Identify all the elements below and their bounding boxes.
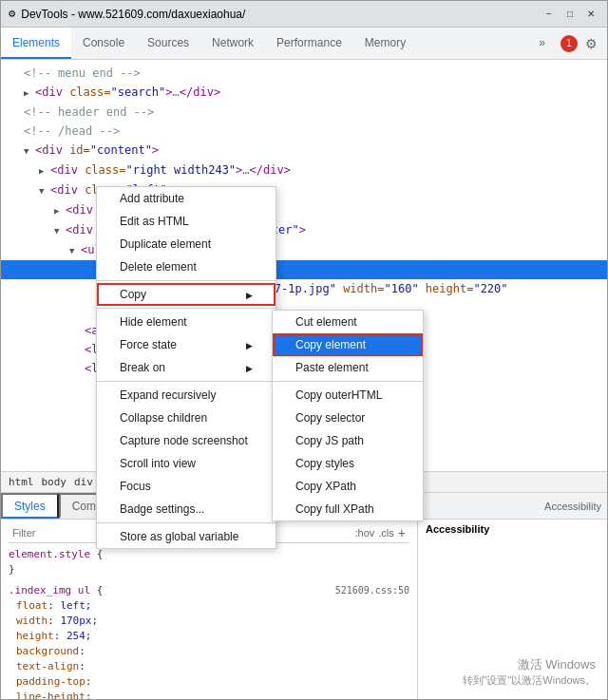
dom-line[interactable]: 宫背刺 >: [1, 298, 607, 317]
dom-line[interactable]: <a href="...717/1-140GF92J7-1p.jpg" widt…: [1, 279, 607, 298]
right-panel: Accessibility: [417, 520, 607, 700]
accessibility-label: Accessibility: [544, 501, 601, 512]
styles-rule-index-img: 521609.css:50 .index_img ul { float: lef…: [9, 583, 409, 700]
devtools-window: ⚙ DevTools - www.521609.com/daxuexiaohua…: [0, 0, 608, 700]
dom-line[interactable]: <!-- /head -->: [1, 122, 607, 141]
menu-delete-element[interactable]: Delete element: [97, 255, 276, 278]
tab-console[interactable]: Console: [71, 28, 136, 59]
dom-line[interactable]: <div id="content">: [1, 141, 607, 161]
menu-force-state[interactable]: Force state: [97, 333, 276, 356]
menu-break-on[interactable]: Break on: [97, 356, 276, 379]
more-tabs-button[interactable]: »: [527, 36, 557, 51]
context-menu: Add attribute Edit as HTML Duplicate ele…: [96, 186, 276, 549]
menu-hide-element[interactable]: Hide element: [97, 311, 276, 333]
menu-badge-settings[interactable]: Badge settings...: [97, 498, 276, 520]
menu-store-global[interactable]: Store as global variable: [97, 525, 276, 548]
menu-focus[interactable]: Focus: [97, 475, 276, 498]
force-state-arrow: [235, 338, 253, 351]
title-bar: ⚙ DevTools - www.521609.com/daxuexiaohua…: [1, 1, 607, 28]
add-style-button[interactable]: +: [398, 525, 406, 540]
error-badge: 1: [560, 35, 578, 52]
styles-rule-element: element.style { }: [9, 547, 409, 577]
dom-line[interactable]: <!-- menu end -->: [1, 64, 607, 83]
separator-3: [97, 381, 276, 382]
dom-line[interactable]: <!-- header end -->: [1, 103, 607, 122]
separator-1: [97, 280, 276, 281]
menu-scroll-into-view[interactable]: Scroll into view: [97, 452, 276, 475]
main-area: <!-- menu end --> <div class="search">…<…: [1, 60, 607, 700]
tab-performance[interactable]: Performance: [265, 28, 353, 59]
copy-submenu-arrow: [235, 288, 253, 301]
dom-line-selected[interactable]: ▼ <l: [1, 260, 607, 279]
menu-duplicate-element[interactable]: Duplicate element: [97, 233, 276, 255]
menu-collapse-children[interactable]: Collapse children: [97, 407, 276, 429]
dom-tree[interactable]: <!-- menu end --> <div class="search">…<…: [1, 60, 607, 471]
hov-cls-bar: :hov .cls +: [355, 525, 406, 540]
dom-line[interactable]: <div class="places">…</div>: [1, 200, 607, 220]
dom-line[interactable]: <l: [1, 359, 607, 378]
dom-line[interactable]: <div class="right width243">…</div>: [1, 161, 607, 180]
break-on-arrow: [235, 361, 253, 374]
bottom-panel: Styles Compu Accessibility :hov .cls +: [1, 492, 607, 700]
title-bar-controls: − □ ✕: [541, 6, 599, 23]
accessibility-title: Accessibility: [426, 523, 599, 535]
dom-line[interactable]: <a href="...ml" class="title">…</a>: [1, 321, 607, 340]
tab-network[interactable]: Network: [200, 28, 265, 59]
separator-4: [97, 522, 276, 523]
menu-copy[interactable]: Copy: [97, 283, 276, 306]
devtools-icon: ⚙: [9, 7, 15, 21]
dom-line[interactable]: <div class="index_img list_center">: [1, 220, 607, 240]
copy-label: Copy: [120, 288, 146, 301]
devtools-tab-bar: Elements Console Sources Network Perform…: [1, 28, 607, 60]
dom-line[interactable]: <div class="left">: [1, 180, 607, 200]
styles-selector: .index_img ul: [9, 584, 90, 596]
title-bar-text: DevTools - www.521609.com/daxuexiaohua/: [21, 8, 541, 21]
breadcrumb-html[interactable]: html: [9, 476, 34, 488]
tab-memory[interactable]: Memory: [353, 28, 417, 59]
dom-line[interactable]: <div class="search">…</div>: [1, 83, 607, 103]
tab-styles[interactable]: Styles: [1, 493, 59, 519]
dom-line[interactable]: <ul>: [1, 240, 607, 260]
maximize-button[interactable]: □: [561, 6, 579, 23]
tab-sources[interactable]: Sources: [136, 28, 200, 59]
menu-edit-html[interactable]: Edit as HTML: [97, 210, 276, 233]
panel-tab-bar: Styles Compu Accessibility: [1, 493, 607, 520]
styles-source[interactable]: 521609.css:50: [335, 583, 409, 598]
minimize-button[interactable]: −: [541, 6, 558, 23]
close-button[interactable]: ✕: [582, 6, 599, 23]
cls-button[interactable]: .cls: [378, 527, 394, 539]
separator-2: [97, 308, 276, 309]
dom-line[interactable]: <l: [1, 340, 607, 359]
breadcrumb-div[interactable]: div: [74, 476, 93, 488]
menu-capture-screenshot[interactable]: Capture node screenshot: [97, 429, 276, 452]
hov-button[interactable]: :hov: [355, 527, 375, 539]
tabs-more-area: » 1 ⚙: [522, 28, 607, 59]
menu-expand-recursively[interactable]: Expand recursively: [97, 384, 276, 407]
styles-selector: element.style: [9, 548, 90, 560]
panel-content: :hov .cls + element.style { } 521609.css…: [1, 520, 607, 700]
settings-button[interactable]: ⚙: [581, 32, 601, 55]
breadcrumb-body[interactable]: body: [42, 476, 67, 488]
menu-add-attribute[interactable]: Add attribute: [97, 187, 276, 210]
tab-elements[interactable]: Elements: [1, 28, 71, 59]
breadcrumb: html body div: [1, 471, 607, 492]
